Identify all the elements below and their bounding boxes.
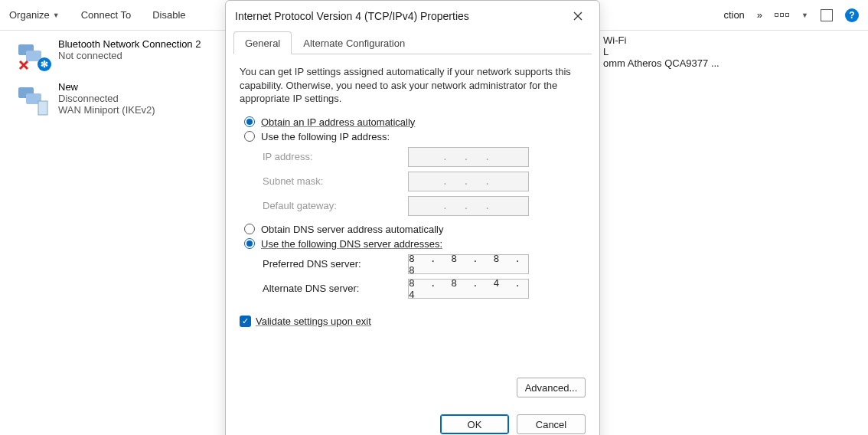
validate-label: Validate settings upon exit bbox=[256, 316, 371, 327]
preview-pane-icon[interactable] bbox=[821, 9, 833, 21]
radio-icon bbox=[244, 116, 255, 127]
connection-device: omm Atheros QCA9377 ... bbox=[603, 57, 741, 69]
tab-alternate-configuration[interactable]: Alternate Configuration bbox=[292, 31, 416, 54]
connection-status: L bbox=[603, 46, 741, 57]
list-item[interactable]: New Disconnected WAN Miniport (IKEv2) bbox=[15, 81, 214, 118]
default-gateway-input: . . . bbox=[408, 196, 529, 216]
radio-dns-auto[interactable]: Obtain DNS server address automatically bbox=[244, 224, 581, 235]
radio-ip-auto[interactable]: Obtain an IP address automatically bbox=[244, 116, 581, 128]
alternate-dns-input[interactable]: 8 . 8 . 4 . 4 bbox=[408, 279, 529, 299]
more-chevron[interactable]: » bbox=[757, 9, 762, 21]
radio-label: Obtain an IP address automatically bbox=[261, 116, 415, 128]
view-options-icon[interactable] bbox=[775, 13, 789, 17]
close-button[interactable] bbox=[566, 4, 590, 28]
cancel-button[interactable]: Cancel bbox=[517, 414, 586, 434]
svg-rect-1 bbox=[26, 51, 41, 61]
radio-icon bbox=[244, 224, 255, 234]
bluetooth-network-icon: ✻ bbox=[15, 38, 52, 75]
ok-button[interactable]: OK bbox=[440, 414, 509, 434]
svg-rect-6 bbox=[38, 101, 47, 115]
radio-icon bbox=[244, 131, 255, 142]
ip-address-input: . . . bbox=[408, 147, 529, 167]
connection-status: Not connected bbox=[58, 50, 201, 61]
checkbox-checked-icon: ✓ bbox=[240, 316, 251, 327]
truncated-menu[interactable]: ction bbox=[723, 9, 744, 21]
radio-dns-manual[interactable]: Use the following DNS server addresses: bbox=[244, 238, 581, 250]
help-icon[interactable]: ? bbox=[845, 8, 859, 22]
connections-list: ✻ Bluetooth Network Connection 2 Not con… bbox=[15, 38, 214, 118]
ipv4-properties-dialog: Internet Protocol Version 4 (TCP/IPv4) P… bbox=[225, 0, 600, 435]
validate-checkbox-row[interactable]: ✓ Validate settings upon exit bbox=[240, 316, 586, 327]
list-item[interactable]: ✻ Bluetooth Network Connection 2 Not con… bbox=[15, 38, 214, 75]
chevron-down-icon: ▼ bbox=[801, 11, 808, 19]
tab-general[interactable]: General bbox=[233, 31, 292, 54]
subnet-mask-label: Subnet mask: bbox=[263, 175, 408, 187]
connection-device: WAN Miniport (IKEv2) bbox=[58, 104, 155, 116]
radio-label: Use the following IP address: bbox=[261, 131, 390, 142]
advanced-button[interactable]: Advanced... bbox=[517, 378, 586, 397]
chevron-down-icon: ▼ bbox=[53, 11, 60, 19]
ip-address-label: IP address: bbox=[263, 151, 408, 162]
preferred-dns-input[interactable]: 8 . 8 . 8 . 8 bbox=[408, 254, 529, 274]
svg-text:✻: ✻ bbox=[41, 59, 48, 70]
list-item[interactable]: Wi-Fi L omm Atheros QCA9377 ... bbox=[603, 34, 741, 69]
connect-to-button[interactable]: Connect To bbox=[81, 9, 132, 21]
connection-name: Bluetooth Network Connection 2 bbox=[58, 38, 201, 50]
organize-menu[interactable]: Organize▼ bbox=[9, 9, 60, 21]
dialog-title: Internet Protocol Version 4 (TCP/IPv4) P… bbox=[235, 10, 469, 22]
radio-ip-manual[interactable]: Use the following IP address: bbox=[244, 131, 581, 142]
tab-strip: General Alternate Configuration bbox=[233, 31, 592, 54]
close-icon bbox=[573, 11, 582, 21]
disable-button[interactable]: Disable bbox=[152, 9, 185, 21]
radio-label: Use the following DNS server addresses: bbox=[261, 238, 442, 250]
radio-icon bbox=[244, 238, 255, 249]
intro-text: You can get IP settings assigned automat… bbox=[240, 65, 586, 106]
preferred-dns-label: Preferred DNS server: bbox=[263, 258, 408, 270]
connection-status: Disconnected bbox=[58, 93, 155, 104]
connection-name: New bbox=[58, 81, 155, 93]
radio-label: Obtain DNS server address automatically bbox=[261, 224, 443, 235]
alternate-dns-label: Alternate DNS server: bbox=[263, 283, 408, 294]
vpn-network-icon bbox=[15, 81, 52, 118]
subnet-mask-input: . . . bbox=[408, 172, 529, 191]
connection-name: Wi-Fi bbox=[603, 34, 741, 46]
default-gateway-label: Default gateway: bbox=[263, 200, 408, 211]
